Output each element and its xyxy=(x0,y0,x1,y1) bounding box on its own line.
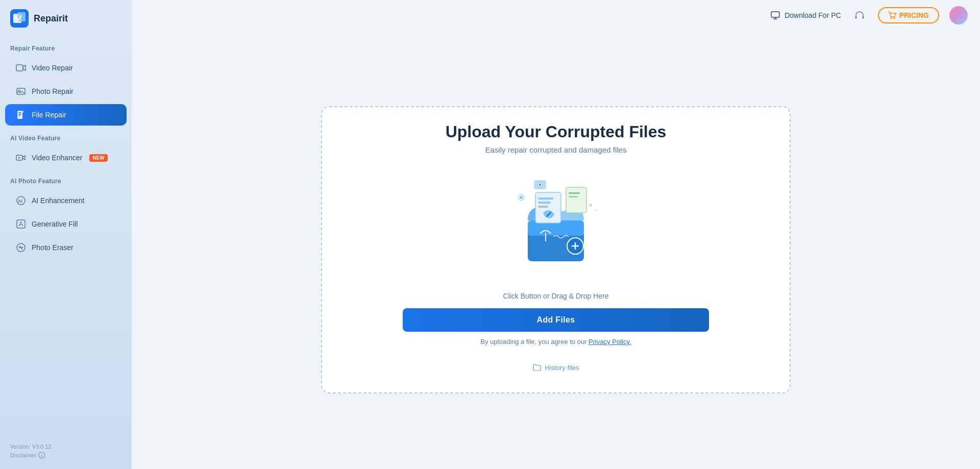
sidebar-label-ai-enhancement: AI Enhancement xyxy=(32,196,85,205)
cart-icon xyxy=(888,11,896,19)
pricing-label: PRICING xyxy=(899,11,929,19)
svg-rect-30 xyxy=(566,187,586,213)
sidebar-label-video-enhancer: Video Enhancer xyxy=(32,154,82,162)
add-files-button[interactable]: Add Files xyxy=(403,308,709,332)
sidebar-label-video-repair: Video Repair xyxy=(32,64,73,72)
svg-rect-19 xyxy=(771,12,779,17)
privacy-notice: By uploading a file, you agree to our Pr… xyxy=(480,338,631,345)
page-title: Upload Your Corrupted Files xyxy=(446,122,667,141)
svg-rect-21 xyxy=(862,16,864,19)
drop-hint-text: Click Button or Drag & Drop Here xyxy=(503,292,609,300)
generative-fill-icon xyxy=(15,218,27,230)
main-area: Download For PC PRICING Upload Your Corr… xyxy=(132,0,980,469)
user-avatar[interactable] xyxy=(949,6,968,24)
upload-card: Upload Your Corrupted Files Easily repai… xyxy=(321,106,791,393)
photo-repair-icon xyxy=(15,86,27,97)
history-files-button[interactable]: History files xyxy=(532,363,579,372)
video-enhancer-icon xyxy=(15,152,27,163)
svg-rect-28 xyxy=(538,202,551,204)
svg-rect-4 xyxy=(17,88,25,94)
svg-rect-8 xyxy=(18,114,21,115)
svg-point-39 xyxy=(595,209,597,211)
svg-point-38 xyxy=(589,204,592,207)
headphones-icon xyxy=(854,10,865,21)
sidebar-item-photo-eraser[interactable]: Photo Eraser xyxy=(5,237,127,258)
svg-point-35 xyxy=(539,184,542,186)
svg-rect-3 xyxy=(16,65,23,71)
sidebar-label-photo-repair: Photo Repair xyxy=(32,87,74,95)
video-repair-icon xyxy=(15,62,27,73)
svg-rect-7 xyxy=(18,112,21,113)
svg-rect-29 xyxy=(538,206,548,208)
privacy-prefix: By uploading a file, you agree to our xyxy=(480,338,589,345)
history-files-label: History files xyxy=(545,364,579,372)
sidebar-label-file-repair: File Repair xyxy=(32,111,66,119)
sidebar-item-ai-enhancement[interactable]: AI AI Enhancement xyxy=(5,190,127,211)
svg-point-15 xyxy=(20,222,22,224)
download-for-pc-button[interactable]: Download For PC xyxy=(770,10,841,20)
monitor-icon xyxy=(770,10,780,20)
download-label: Download For PC xyxy=(785,11,841,19)
ai-enhancement-icon: AI xyxy=(15,195,27,206)
sidebar-item-file-repair[interactable]: File Repair xyxy=(5,104,127,126)
sidebar-item-generative-fill[interactable]: Generative Fill xyxy=(5,213,127,235)
svg-rect-27 xyxy=(538,198,553,200)
svg-point-23 xyxy=(893,17,895,19)
sidebar-label-generative-fill: Generative Fill xyxy=(32,220,78,228)
svg-rect-32 xyxy=(569,196,578,198)
svg-rect-20 xyxy=(855,16,857,19)
header: Download For PC PRICING xyxy=(132,0,980,31)
sidebar-label-photo-eraser: Photo Eraser xyxy=(32,243,74,252)
sidebar-item-video-repair[interactable]: Video Repair xyxy=(5,57,127,79)
svg-text:AI: AI xyxy=(18,199,22,204)
logo-area[interactable]: Repairit xyxy=(0,0,132,37)
sidebar: Repairit Repair Feature Video Repair Pho… xyxy=(0,0,132,469)
logo-text: Repairit xyxy=(34,13,68,24)
svg-rect-31 xyxy=(569,192,580,194)
photo-eraser-icon xyxy=(15,242,27,253)
content-area: Upload Your Corrupted Files Easily repai… xyxy=(132,31,980,469)
new-badge-video-enhancer: NEW xyxy=(89,154,107,162)
disclaimer-label: Disclaimer xyxy=(10,452,36,458)
upload-illustration xyxy=(500,169,612,282)
svg-text:i: i xyxy=(41,454,42,458)
file-repair-icon xyxy=(15,109,27,120)
sidebar-item-video-enhancer[interactable]: Video Enhancer NEW xyxy=(5,147,127,168)
logo-icon xyxy=(10,9,29,28)
svg-rect-9 xyxy=(18,115,20,116)
page-subtitle: Easily repair corrupted and damaged file… xyxy=(485,145,627,154)
folder-icon xyxy=(532,363,542,372)
svg-point-22 xyxy=(890,17,892,19)
repair-feature-section: Repair Feature xyxy=(0,37,132,56)
sidebar-item-photo-repair[interactable]: Photo Repair xyxy=(5,81,127,102)
add-files-label: Add Files xyxy=(537,315,575,324)
disclaimer-row[interactable]: Disclaimer i xyxy=(10,452,121,459)
ai-video-feature-section: AI Video Feature xyxy=(0,127,132,146)
privacy-link[interactable]: Privacy Policy. xyxy=(589,338,631,345)
sidebar-bottom: Version: V3.0.12 Disclaimer i xyxy=(0,443,132,459)
info-icon: i xyxy=(38,452,45,459)
version-label: Version: V3.0.12 xyxy=(10,443,121,450)
help-button[interactable] xyxy=(851,7,868,23)
pricing-button[interactable]: PRICING xyxy=(878,7,939,23)
ai-photo-feature-section: AI Photo Feature xyxy=(0,169,132,189)
